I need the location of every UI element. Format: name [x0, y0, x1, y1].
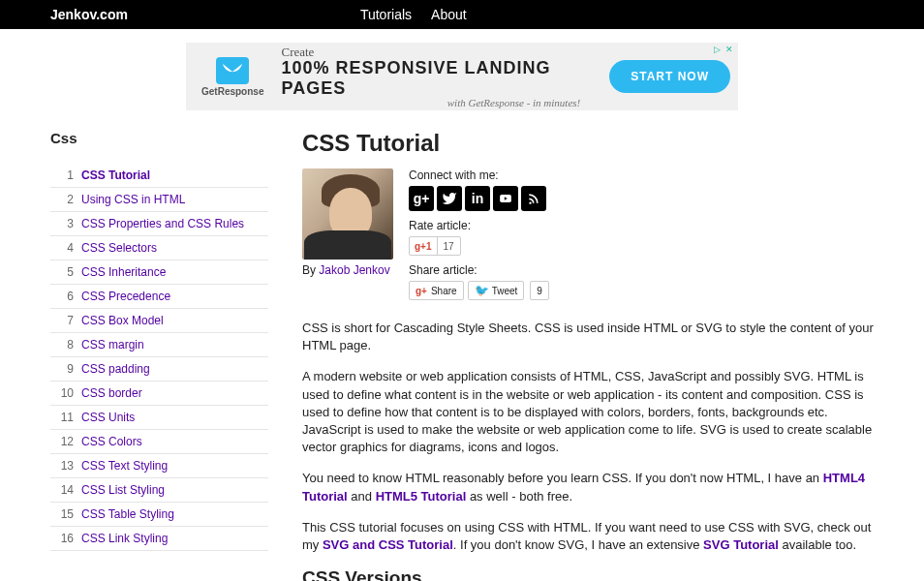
toc-item[interactable]: 2Using CSS in HTML — [50, 188, 268, 212]
ad-copy: Create 100% RESPONSIVE LANDING PAGES wit… — [281, 45, 609, 108]
tweet-text: Tweet — [492, 286, 518, 296]
toc-item[interactable]: 4CSS Selectors — [50, 236, 268, 260]
nav-about[interactable]: About — [431, 7, 467, 22]
toc-number: 8 — [54, 338, 74, 352]
toc-number: 15 — [54, 507, 74, 521]
toc-item[interactable]: 7CSS Box Model — [50, 309, 268, 333]
toc-number: 13 — [54, 459, 74, 473]
toc-number: 2 — [54, 193, 74, 206]
toc-item[interactable]: 10CSS border — [50, 382, 268, 406]
main-content: CSS Tutorial By Jakob Jenkov Connect wit… — [302, 130, 874, 581]
toc-link[interactable]: CSS List Styling — [81, 483, 165, 497]
toc-link[interactable]: CSS margin — [81, 338, 144, 352]
rate-label: Rate article: — [409, 219, 874, 232]
toc-link[interactable]: CSS Tutorial — [81, 168, 150, 182]
toc-item[interactable]: 8CSS margin — [50, 333, 268, 357]
youtube-icon[interactable] — [493, 186, 518, 211]
byline: By Jakob Jenkov — [302, 263, 397, 277]
toc-link[interactable]: CSS Selectors — [81, 241, 157, 255]
share-label: Share article: — [409, 263, 874, 277]
toc-item[interactable]: 9CSS padding — [50, 357, 268, 382]
toc-item[interactable]: 3CSS Properties and CSS Rules — [50, 212, 268, 236]
twitter-icon[interactable] — [437, 186, 462, 211]
toc-link[interactable]: CSS Inheritance — [81, 265, 166, 279]
paragraph: A modern website or web application cons… — [302, 368, 874, 456]
toc-link[interactable]: CSS Link Styling — [81, 532, 168, 545]
section-heading-css-versions: CSS Versions — [302, 567, 874, 581]
paragraph: CSS is short for Cascading Style Sheets.… — [302, 320, 874, 354]
toc-list: 1CSS Tutorial2Using CSS in HTML3CSS Prop… — [50, 164, 268, 551]
toc-number: 16 — [54, 532, 74, 545]
linkedin-icon[interactable]: in — [465, 186, 490, 211]
toc-number: 7 — [54, 314, 74, 327]
toc-item[interactable]: 14CSS List Styling — [50, 478, 268, 503]
toc-number: 6 — [54, 290, 74, 303]
tweet-button[interactable]: 🐦 Tweet — [468, 281, 525, 300]
ad-choices-close[interactable]: ▷ ✕ — [714, 45, 734, 54]
sidebar-title: Css — [50, 130, 268, 146]
toc-link[interactable]: CSS Units — [81, 411, 135, 424]
article-body: CSS is short for Cascading Style Sheets.… — [302, 320, 874, 581]
toc-link[interactable]: CSS Table Styling — [81, 507, 174, 521]
toc-number: 11 — [54, 411, 74, 424]
ad-banner[interactable]: ▷ ✕ GetResponse Create 100% RESPONSIVE L… — [186, 43, 738, 110]
toc-number: 3 — [54, 217, 74, 230]
toc-item[interactable]: 11CSS Units — [50, 406, 268, 430]
toc-item[interactable]: 16CSS Link Styling — [50, 527, 268, 551]
toc-number: 5 — [54, 265, 74, 279]
toc-link[interactable]: CSS Properties and CSS Rules — [81, 217, 244, 230]
toc-item[interactable]: 15CSS Table Styling — [50, 503, 268, 527]
gplus-share-icon: g+ — [416, 286, 427, 296]
page-title: CSS Tutorial — [302, 130, 874, 157]
svg-tutorial-link[interactable]: SVG Tutorial — [703, 537, 779, 552]
tweet-count: 9 — [530, 281, 549, 300]
gplus-one-label: g+1 — [410, 237, 438, 255]
social-row: g+ in — [409, 186, 874, 211]
nav-tutorials[interactable]: Tutorials — [360, 7, 412, 22]
author-block: By Jakob Jenkov Connect with me: g+ in R… — [302, 168, 874, 300]
googleplus-icon[interactable]: g+ — [409, 186, 434, 211]
author-meta: Connect with me: g+ in Rate article: g+1… — [409, 168, 874, 300]
toc-number: 4 — [54, 241, 74, 255]
gplus-one-button[interactable]: g+1 17 — [409, 236, 461, 256]
share-row: g+ Share 🐦 Tweet 9 — [409, 281, 874, 300]
ad-logo: GetResponse — [201, 57, 263, 97]
svg-css-tutorial-link[interactable]: SVG and CSS Tutorial — [323, 537, 453, 552]
toc-link[interactable]: CSS padding — [81, 362, 150, 376]
rss-icon[interactable] — [521, 186, 546, 211]
toc-item[interactable]: 12CSS Colors — [50, 430, 268, 454]
toc-item[interactable]: 13CSS Text Styling — [50, 454, 268, 478]
author-avatar — [302, 168, 393, 260]
ad-cta-button[interactable]: START NOW — [609, 60, 730, 93]
toc-link[interactable]: CSS Text Styling — [81, 459, 168, 473]
ad-wrapper: ▷ ✕ GetResponse Create 100% RESPONSIVE L… — [0, 29, 924, 130]
twitter-bird-icon: 🐦 — [475, 284, 489, 297]
paragraph: This CSS tutorial focuses on using CSS w… — [302, 519, 874, 554]
byline-prefix: By — [302, 263, 319, 277]
paragraph: You need to know HTML reasonably before … — [302, 470, 874, 505]
toc-link[interactable]: CSS Box Model — [81, 314, 164, 327]
ad-headline: 100% RESPONSIVE LANDING PAGES — [281, 58, 609, 99]
author-left: By Jakob Jenkov — [302, 168, 397, 300]
toc-link[interactable]: CSS border — [81, 386, 142, 400]
gplus-share-text: Share — [431, 286, 457, 296]
html5-tutorial-link[interactable]: HTML5 Tutorial — [376, 489, 467, 504]
toc-number: 14 — [54, 483, 74, 497]
toc-link[interactable]: CSS Precedence — [81, 290, 170, 303]
toc-number: 1 — [54, 168, 74, 182]
gplus-share-button[interactable]: g+ Share — [409, 281, 464, 300]
getresponse-icon — [216, 57, 249, 84]
brand-logo[interactable]: Jenkov.com — [50, 7, 128, 22]
toc-number: 12 — [54, 435, 74, 448]
ad-logo-text: GetResponse — [201, 86, 263, 97]
rate-row: g+1 17 — [409, 236, 874, 256]
toc-item[interactable]: 6CSS Precedence — [50, 285, 268, 309]
author-link[interactable]: Jakob Jenkov — [319, 263, 389, 277]
toc-link[interactable]: Using CSS in HTML — [81, 193, 185, 206]
gplus-one-count: 17 — [438, 241, 460, 252]
toc-item[interactable]: 1CSS Tutorial — [50, 164, 268, 188]
toc-number: 9 — [54, 362, 74, 376]
toc-link[interactable]: CSS Colors — [81, 435, 142, 448]
toc-item[interactable]: 5CSS Inheritance — [50, 260, 268, 285]
topbar: Jenkov.com Tutorials About — [0, 0, 924, 29]
